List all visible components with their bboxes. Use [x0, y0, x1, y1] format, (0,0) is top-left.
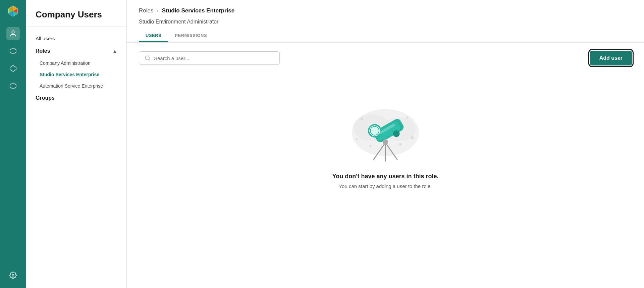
studio-services-item[interactable]: Studio Services Enterprise [30, 69, 126, 80]
svg-point-13 [406, 116, 408, 118]
cube2-nav-icon[interactable] [6, 62, 20, 75]
breadcrumb-separator: › [157, 8, 158, 14]
content-area: Add user [127, 43, 644, 288]
search-input[interactable] [154, 55, 274, 61]
settings-nav-icon[interactable] [6, 269, 20, 282]
app-logo[interactable] [6, 4, 20, 19]
sidebar-title: Company Users [26, 0, 126, 27]
roles-sub-items: Company Administration Studio Services E… [26, 57, 126, 92]
search-icon [145, 55, 151, 61]
breadcrumb: Roles › Studio Services Enterprise [139, 7, 632, 14]
svg-point-17 [369, 145, 371, 147]
breadcrumb-parent[interactable]: Roles [139, 7, 153, 14]
roles-section[interactable]: Roles ▲ [26, 45, 126, 57]
cube1-nav-icon[interactable] [6, 44, 20, 58]
groups-section[interactable]: Groups [26, 92, 126, 104]
svg-marker-4 [10, 65, 16, 71]
svg-point-12 [361, 118, 363, 121]
sidebar: Company Users All users Roles ▲ Company … [26, 0, 127, 288]
add-user-button[interactable]: Add user [590, 51, 632, 65]
roles-label: Roles [36, 48, 50, 54]
role-subtitle: Studio Environment Administrator [139, 19, 632, 25]
main-content: Roles › Studio Services Enterprise Studi… [127, 0, 644, 288]
company-admin-item[interactable]: Company Administration [30, 57, 126, 69]
telescope-illustration [342, 89, 429, 163]
tabs: USERS PERMISSIONS [139, 30, 632, 42]
empty-state-title: You don't have any users in this role. [332, 173, 438, 180]
svg-point-26 [383, 139, 388, 145]
breadcrumb-current: Studio Services Enterprise [162, 7, 234, 14]
cube3-nav-icon[interactable] [6, 79, 20, 93]
empty-state: You don't have any users in this role. Y… [139, 76, 632, 209]
tab-users[interactable]: USERS [139, 30, 168, 42]
icon-nav [0, 0, 26, 288]
search-box[interactable] [139, 51, 280, 65]
main-header: Roles › Studio Services Enterprise Studi… [127, 0, 644, 43]
groups-label: Groups [36, 95, 55, 101]
svg-line-8 [149, 59, 150, 60]
action-row: Add user [139, 51, 632, 65]
svg-marker-5 [10, 83, 16, 89]
users-nav-icon[interactable] [6, 27, 20, 40]
tab-permissions[interactable]: PERMISSIONS [168, 30, 214, 42]
svg-point-2 [12, 31, 14, 33]
all-users-item[interactable]: All users [26, 32, 126, 45]
automation-service-item[interactable]: Automation Service Enterprise [30, 80, 126, 92]
svg-point-16 [399, 143, 402, 146]
empty-state-subtitle: You can start by adding a user to the ro… [339, 183, 432, 189]
svg-point-14 [411, 136, 414, 139]
roles-chevron: ▲ [112, 48, 117, 54]
svg-point-6 [12, 274, 14, 276]
svg-point-7 [145, 56, 149, 60]
svg-marker-3 [10, 48, 16, 54]
svg-point-15 [356, 138, 358, 140]
